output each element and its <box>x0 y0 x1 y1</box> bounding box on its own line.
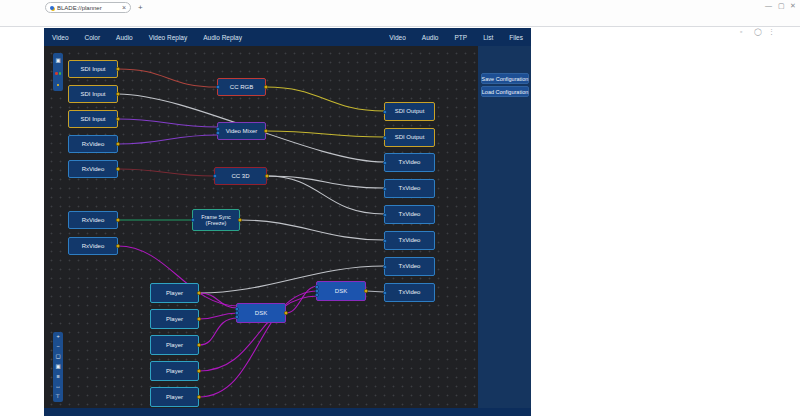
node-rxvideo-4[interactable]: RxVideo <box>68 237 118 255</box>
input-port[interactable] <box>383 136 387 140</box>
load-configuration-button[interactable]: Load Configuration <box>481 86 529 97</box>
node-sdi-output-2[interactable]: SDI Output <box>384 128 435 147</box>
input-port[interactable] <box>216 131 220 135</box>
window-minimize-icon[interactable]: — <box>765 2 772 9</box>
output-port[interactable] <box>364 289 368 293</box>
input-port[interactable] <box>383 265 387 269</box>
zoom-out-icon[interactable]: − <box>56 344 59 350</box>
browser-titlebar: BLADE://planner × + — ▢ ✕ <box>0 0 800 13</box>
output-port[interactable] <box>197 395 201 399</box>
output-port[interactable] <box>197 291 201 295</box>
input-port[interactable] <box>315 293 319 297</box>
wire[interactable] <box>118 169 214 176</box>
input-port[interactable] <box>383 110 387 114</box>
browser-tab[interactable]: BLADE://planner × <box>45 2 131 13</box>
wire[interactable] <box>118 69 217 87</box>
node-dsk-2[interactable]: DSK <box>316 281 366 301</box>
nav-audio-replay[interactable]: Audio Replay <box>195 34 250 41</box>
save-configuration-button[interactable]: Save Configuration <box>481 73 529 84</box>
node-txvideo-6[interactable]: TxVideo <box>384 283 435 302</box>
node-txvideo-2[interactable]: TxVideo <box>384 179 435 198</box>
node-txvideo-1[interactable]: TxVideo <box>384 153 435 172</box>
align-vertical-icon[interactable]: ⊤ <box>56 394 61 400</box>
menu-icon[interactable]: ≡ <box>56 374 59 380</box>
output-port[interactable] <box>265 174 269 178</box>
window-close-icon[interactable]: ✕ <box>790 2 796 10</box>
input-port[interactable] <box>383 161 387 165</box>
output-port[interactable] <box>116 142 120 146</box>
align-horizontal-icon[interactable]: ↔ <box>55 384 61 390</box>
tab-close-icon[interactable]: × <box>122 4 126 11</box>
nav-right-list[interactable]: List <box>475 34 501 41</box>
nav-right-audio[interactable]: Audio <box>414 34 447 41</box>
output-port[interactable] <box>197 369 201 373</box>
nav-right-files[interactable]: Files <box>501 34 531 41</box>
output-port[interactable] <box>197 317 201 321</box>
input-port[interactable] <box>216 85 220 89</box>
node-player-3[interactable]: Player <box>150 335 199 355</box>
input-port[interactable] <box>235 315 239 319</box>
node-player-2[interactable]: Player <box>150 309 199 329</box>
wire[interactable] <box>266 87 384 111</box>
output-port[interactable] <box>116 67 120 71</box>
input-port[interactable] <box>213 174 217 178</box>
node-video-mixer[interactable]: Video Mixer <box>217 122 266 140</box>
output-port[interactable] <box>264 85 268 89</box>
wire[interactable] <box>266 131 384 137</box>
node-cc-rgb[interactable]: CC RGB <box>217 78 266 96</box>
input-port[interactable] <box>216 127 220 131</box>
wire[interactable] <box>240 220 384 240</box>
output-port[interactable] <box>116 218 120 222</box>
canvas-top-toolbar: ▣ <box>53 53 63 91</box>
wire[interactable] <box>118 119 217 127</box>
node-player-4[interactable]: Player <box>150 361 199 381</box>
output-port[interactable] <box>264 129 268 133</box>
input-port[interactable] <box>383 213 387 217</box>
wire[interactable] <box>366 291 384 292</box>
nav-video-replay[interactable]: Video Replay <box>141 34 196 41</box>
output-port[interactable] <box>238 218 242 222</box>
nav-color[interactable]: Color <box>77 34 109 41</box>
node-dsk-1[interactable]: DSK <box>236 303 286 323</box>
output-port[interactable] <box>197 343 201 347</box>
node-txvideo-4[interactable]: TxVideo <box>384 231 435 250</box>
wire[interactable] <box>199 318 238 345</box>
new-tab-button[interactable]: + <box>138 3 143 12</box>
output-port[interactable] <box>284 311 288 315</box>
output-port[interactable] <box>116 167 120 171</box>
node-sdi-input-3[interactable]: SDI Input <box>68 110 118 128</box>
menu-icon[interactable]: ▣ <box>55 58 60 64</box>
fit-view-icon[interactable]: ▢ <box>55 354 60 360</box>
node-player-5[interactable]: Player <box>150 387 199 407</box>
wire[interactable] <box>118 135 217 144</box>
node-txvideo-3[interactable]: TxVideo <box>384 205 435 224</box>
node-sdi-input-2[interactable]: SDI Input <box>68 85 118 103</box>
node-frame-sync[interactable]: Frame Sync(Freeze) <box>192 209 240 231</box>
node-player-1[interactable]: Player <box>150 283 199 303</box>
node-sdi-input-1[interactable]: SDI Input <box>68 60 118 78</box>
input-port[interactable] <box>383 239 387 243</box>
node-txvideo-5[interactable]: TxVideo <box>384 257 435 276</box>
input-port[interactable] <box>191 218 195 222</box>
nav-right-video[interactable]: Video <box>381 34 414 41</box>
input-port[interactable] <box>383 291 387 295</box>
window-maximize-icon[interactable]: ▢ <box>778 2 785 10</box>
input-port[interactable] <box>383 187 387 191</box>
node-rxvideo-1[interactable]: RxVideo <box>68 135 118 153</box>
browser-menu-icon[interactable]: ⋮ <box>768 28 775 35</box>
node-rxvideo-3[interactable]: RxVideo <box>68 211 118 229</box>
nav-audio[interactable]: Audio <box>108 34 141 41</box>
node-canvas[interactable]: SDI Input SDI Input SDI Input RxVideo Rx… <box>44 46 478 408</box>
zoom-in-icon[interactable]: + <box>56 334 59 340</box>
nav-right-ptp[interactable]: PTP <box>446 34 475 41</box>
node-sdi-output-1[interactable]: SDI Output <box>384 102 435 121</box>
output-port[interactable] <box>116 244 120 248</box>
extensions-icon[interactable]: ▫ <box>740 28 742 35</box>
output-port[interactable] <box>116 92 120 96</box>
node-cc-3d[interactable]: CC 3D <box>214 167 267 185</box>
nav-video[interactable]: Video <box>44 34 77 41</box>
output-port[interactable] <box>116 117 120 121</box>
profile-avatar-icon[interactable]: ◯ <box>754 28 762 35</box>
node-rxvideo-2[interactable]: RxVideo <box>68 160 118 178</box>
snapshot-icon[interactable]: ▣ <box>55 364 60 370</box>
